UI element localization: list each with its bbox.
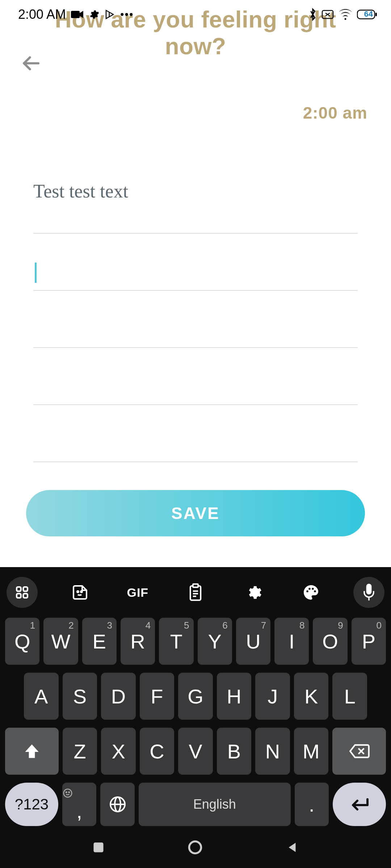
backspace-icon: [349, 744, 370, 759]
key-a[interactable]: A: [24, 673, 59, 720]
clipboard-icon: [188, 583, 203, 601]
key-e[interactable]: 3E: [82, 618, 117, 665]
key-q[interactable]: 1Q: [5, 618, 39, 665]
period-key[interactable]: .: [295, 783, 329, 826]
svg-rect-30: [93, 843, 103, 852]
svg-point-20: [314, 590, 316, 592]
mic-icon: [362, 584, 375, 601]
key-f[interactable]: F: [140, 673, 175, 720]
palette-icon: [302, 584, 320, 601]
key-h[interactable]: H: [217, 673, 252, 720]
key-s[interactable]: S: [63, 673, 97, 720]
more-dots-icon: •••: [120, 8, 134, 21]
key-v[interactable]: V: [178, 728, 213, 775]
back-button[interactable]: [18, 51, 43, 76]
svg-point-17: [306, 590, 308, 592]
key-c[interactable]: C: [140, 728, 174, 775]
globe-icon: [109, 796, 126, 813]
save-button-label: SAVE: [171, 503, 220, 523]
battery-level: 64: [364, 9, 373, 19]
note-line: [33, 348, 358, 405]
sticker-button[interactable]: [64, 577, 96, 608]
key-i[interactable]: 8I: [274, 618, 309, 665]
svg-rect-0: [71, 11, 80, 18]
battery-icon: 64: [357, 9, 373, 20]
keyboard-row-3: ZXCVBNM: [5, 728, 386, 775]
gif-label: GIF: [127, 586, 148, 600]
key-z[interactable]: Z: [63, 728, 97, 775]
svg-rect-9: [23, 593, 28, 598]
svg-rect-7: [23, 587, 28, 591]
data-off-icon: [321, 9, 334, 20]
key-u[interactable]: 7U: [236, 618, 270, 665]
keyboard-row-4: ?123 , English .: [5, 783, 386, 826]
back-nav-button[interactable]: [285, 841, 299, 856]
wifi-icon: [338, 9, 353, 20]
note-text-content: Test test text: [33, 177, 358, 205]
bluetooth-icon: [308, 8, 317, 21]
svg-point-18: [308, 588, 311, 590]
space-key[interactable]: English: [139, 783, 291, 826]
recent-apps-button[interactable]: [92, 841, 105, 855]
note-line: [33, 291, 358, 348]
svg-point-31: [189, 842, 201, 854]
key-r[interactable]: 4R: [121, 618, 155, 665]
emoji-icon: [62, 788, 73, 799]
shift-icon: [23, 742, 41, 760]
keyboard-row-1: 1Q2W3E4R5T6Y7U8I9O0P: [5, 618, 386, 665]
key-p[interactable]: 0P: [352, 618, 386, 665]
key-m[interactable]: M: [294, 728, 328, 775]
save-button[interactable]: SAVE: [26, 490, 365, 536]
entry-timestamp: 2:00 am: [303, 103, 367, 123]
mic-button[interactable]: [353, 577, 384, 608]
triangle-left-icon: [285, 841, 299, 854]
status-right: 64: [308, 8, 373, 21]
navigation-bar: [0, 828, 391, 868]
note-line: [33, 208, 358, 234]
home-button[interactable]: [187, 839, 203, 857]
key-w[interactable]: 2W: [43, 618, 78, 665]
enter-key[interactable]: [333, 783, 386, 826]
status-bar: 2:00 AM ••• 64: [0, 0, 391, 29]
keyboard-toolbar: GIF: [0, 567, 391, 618]
comma-key[interactable]: ,: [62, 783, 96, 826]
key-b[interactable]: B: [217, 728, 251, 775]
key-d[interactable]: D: [101, 673, 136, 720]
square-icon: [92, 841, 105, 854]
key-o[interactable]: 9O: [313, 618, 347, 665]
clipboard-button[interactable]: [180, 577, 211, 608]
svg-point-11: [81, 591, 82, 592]
key-x[interactable]: X: [101, 728, 135, 775]
enter-icon: [349, 797, 370, 812]
sticker-icon: [71, 584, 89, 601]
theme-button[interactable]: [295, 577, 327, 608]
backspace-key[interactable]: [332, 728, 386, 775]
play-icon: [104, 9, 115, 20]
key-t[interactable]: 5T: [159, 618, 193, 665]
grid-icon: [15, 585, 29, 600]
key-n[interactable]: N: [255, 728, 290, 775]
apps-button[interactable]: [7, 577, 38, 608]
gear-icon: [88, 9, 99, 20]
svg-point-19: [312, 588, 314, 590]
gif-button[interactable]: GIF: [122, 577, 153, 608]
shift-key[interactable]: [5, 728, 59, 775]
key-y[interactable]: 6Y: [198, 618, 232, 665]
status-left: 2:00 AM •••: [18, 7, 134, 22]
settings-button[interactable]: [238, 577, 269, 608]
video-icon: [71, 10, 83, 19]
symbols-key[interactable]: ?123: [5, 783, 58, 826]
language-key[interactable]: [100, 783, 134, 826]
svg-rect-6: [17, 587, 21, 591]
svg-point-10: [77, 591, 79, 592]
key-g[interactable]: G: [178, 673, 213, 720]
key-j[interactable]: J: [255, 673, 290, 720]
keyboard: GIF 1Q2W3E4R5T6Y7U8I9O0P ASDFGHJKL ZXCVB…: [0, 567, 391, 868]
svg-rect-4: [375, 13, 377, 16]
note-line: [33, 405, 358, 462]
key-l[interactable]: L: [332, 673, 367, 720]
svg-rect-13: [193, 584, 198, 587]
keyboard-row-2: ASDFGHJKL: [5, 673, 386, 720]
svg-point-26: [68, 792, 70, 793]
key-k[interactable]: K: [294, 673, 329, 720]
